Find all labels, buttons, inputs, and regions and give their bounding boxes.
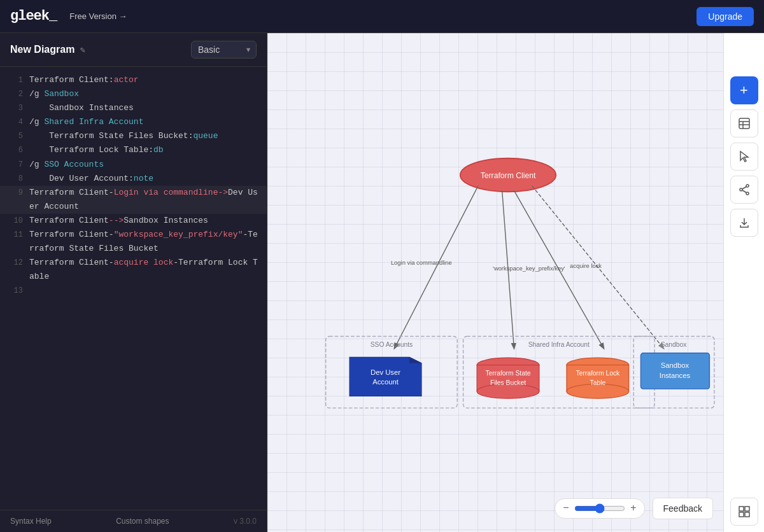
cursor-icon [738, 150, 751, 163]
diagram-type-wrapper: Basic Advanced [191, 41, 257, 59]
diagram-svg: Terraform Client Login via commandline '… [293, 59, 723, 507]
download-icon [738, 216, 751, 229]
right-toolbar: + [723, 33, 764, 532]
svg-text:Dev User: Dev User [371, 368, 400, 376]
table-icon [738, 117, 751, 130]
zoom-slider[interactable] [574, 503, 625, 514]
code-line-6: 6 Terraform Lock Table:db [0, 143, 267, 157]
svg-marker-12 [409, 357, 421, 363]
code-line-10: 10 Terraform Client-->Sandbox Instances [0, 214, 267, 228]
code-line-5: 5 Terraform State Files Bucket:queue [0, 129, 267, 143]
logo: gleek_ [10, 8, 57, 24]
share-icon [738, 183, 751, 196]
upgrade-button[interactable]: Upgrade [697, 7, 754, 26]
svg-text:Terraform Lock: Terraform Lock [576, 370, 620, 377]
svg-text:Terraform Client: Terraform Client [481, 171, 536, 180]
svg-point-37 [746, 192, 749, 195]
svg-text:Login via commandline: Login via commandline [391, 260, 452, 266]
svg-text:Account: Account [372, 378, 399, 386]
diagram-header: New Diagram ✎ Basic Advanced [0, 33, 267, 67]
table-button[interactable] [730, 109, 758, 137]
cursor-button[interactable] [730, 143, 758, 171]
svg-rect-29 [640, 353, 709, 389]
svg-rect-43 [739, 512, 744, 517]
code-line-3: 3 Sandbox Instances [0, 101, 267, 115]
svg-text:SSO Accounts: SSO Accounts [371, 341, 413, 348]
bottom-toolbar: − + Feedback [555, 498, 713, 519]
edit-icon[interactable]: ✎ [80, 45, 85, 55]
syntax-help-link[interactable]: Syntax Help [10, 517, 52, 526]
zoom-in-icon[interactable]: + [630, 503, 637, 514]
svg-rect-42 [745, 507, 749, 511]
svg-text:Files Bucket: Files Bucket [490, 379, 526, 386]
navbar: gleek_ Free Version → Upgrade [0, 0, 764, 33]
diagram-container: Terraform Client Login via commandline '… [293, 59, 723, 507]
svg-text:acquire lock: acquire lock [570, 263, 602, 269]
svg-point-36 [746, 185, 749, 187]
svg-text:Terraform State: Terraform State [485, 370, 530, 377]
code-line-11: 11 Terraform Client-"workspace_key_prefi… [0, 228, 267, 256]
code-editor[interactable]: 1 Terraform Client:actor 2 /g Sandbox 3 … [0, 67, 267, 510]
feedback-button[interactable]: Feedback [653, 498, 713, 519]
custom-shapes-link[interactable]: Custom shapes [116, 517, 169, 526]
svg-line-2 [395, 186, 478, 348]
svg-line-40 [742, 190, 746, 193]
free-version-label: Free Version → [69, 11, 127, 21]
svg-text:Table: Table [590, 379, 606, 386]
svg-rect-41 [739, 507, 744, 511]
main-layout: New Diagram ✎ Basic Advanced 1 Terraform… [0, 33, 764, 532]
zoom-control: − + [555, 498, 644, 519]
svg-rect-32 [739, 118, 749, 129]
svg-text:Sandbox: Sandbox [661, 361, 690, 369]
code-line-13: 13 [0, 284, 267, 297]
svg-point-38 [740, 188, 742, 191]
add-button[interactable]: + [730, 76, 758, 104]
code-line-8: 8 Dev User Account:note [0, 172, 267, 186]
svg-text:Instances: Instances [660, 372, 691, 379]
code-line-12: 12 Terraform Client-acquire lock-Terrafo… [0, 256, 267, 284]
canvas-area: S Terraform Client Logi [267, 33, 764, 532]
left-panel: New Diagram ✎ Basic Advanced 1 Terraform… [0, 33, 267, 532]
terraform-client-node: Terraform Client [460, 158, 556, 192]
share-button[interactable] [730, 176, 758, 204]
grid-icon [738, 505, 751, 518]
svg-text:Shared Infra Account: Shared Infra Account [528, 341, 590, 348]
download-button[interactable] [730, 209, 758, 237]
diagram-title: New Diagram [10, 44, 74, 55]
zoom-out-icon[interactable]: − [563, 503, 569, 514]
diagram-type-select[interactable]: Basic Advanced [191, 41, 257, 59]
code-line-9: 9 Terraform Client-Login via commandline… [0, 186, 267, 214]
code-line-1: 1 Terraform Client:actor [0, 73, 267, 87]
left-footer: Syntax Help Custom shapes v 3.0.0 [0, 510, 267, 532]
code-line-7: 7 /g SSO Accounts [0, 158, 267, 172]
code-line-2: 2 /g Sandbox [0, 87, 267, 101]
code-line-4: 4 /g Shared Infra Account [0, 115, 267, 129]
grid-button[interactable] [730, 498, 758, 526]
svg-text:'workspace_key_prefix/key': 'workspace_key_prefix/key' [493, 265, 565, 272]
svg-rect-44 [745, 512, 749, 517]
version-label: v 3.0.0 [234, 517, 257, 526]
svg-line-39 [742, 187, 746, 190]
svg-text:Sandbox: Sandbox [661, 341, 688, 348]
